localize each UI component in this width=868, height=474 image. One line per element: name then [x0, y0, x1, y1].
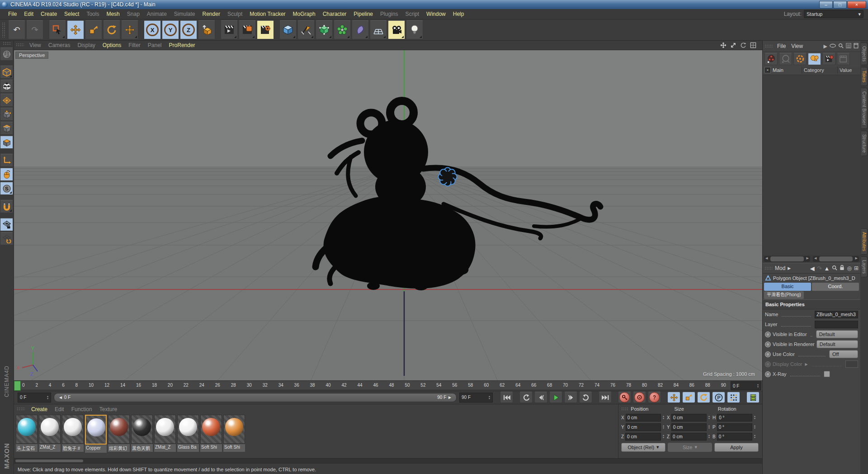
menu-item[interactable]: MoGraph [289, 10, 319, 18]
lock-z-axis-button[interactable]: Z [180, 20, 197, 39]
list-icon[interactable] [846, 43, 851, 49]
enable-axis-mode-button[interactable] [0, 168, 13, 181]
draw-spline-button[interactable] [297, 20, 315, 39]
live-selection-button[interactable] [49, 20, 66, 39]
position-x-field[interactable]: 0 cm [626, 414, 661, 422]
current-frame-field[interactable]: 0 F ▲▼ [18, 393, 51, 403]
menu-item[interactable]: File [5, 10, 20, 18]
object-axis-mode-button[interactable] [0, 154, 13, 167]
keyframe-selection-button[interactable]: ? [648, 392, 661, 403]
mode-menu[interactable]: Mod [775, 265, 785, 271]
tab-takes[interactable]: Takes [861, 67, 868, 86]
selected-element-highlight[interactable] [438, 167, 457, 186]
go-to-end-button[interactable] [599, 392, 612, 403]
mode-arrow-icon[interactable]: ▶ [788, 266, 791, 270]
size-x-field[interactable]: 0 cm [671, 414, 707, 422]
tab-structure[interactable]: Structure [861, 131, 868, 156]
menu-item[interactable]: Render [199, 10, 224, 18]
go-to-start-button[interactable] [500, 392, 513, 403]
toolbar-grip[interactable] [2, 22, 5, 38]
menu-item[interactable]: Select [61, 10, 83, 18]
coordinate-system-button[interactable] [198, 20, 215, 39]
takes-hscroll-right[interactable]: ◀▶ [813, 256, 859, 262]
toggle-views-icon[interactable] [750, 42, 757, 48]
size-z-field[interactable]: 0 cm [671, 433, 707, 441]
stepper-icon[interactable]: ▲▼ [754, 434, 756, 439]
history-back-icon[interactable]: ◀ [810, 265, 815, 272]
transform-mode-dropdown[interactable]: Object (Rel)▾ [621, 443, 665, 452]
menu-item[interactable]: Motion Tracker [246, 10, 289, 18]
playhead-marker[interactable] [14, 381, 21, 391]
points-mode-button[interactable] [0, 108, 13, 121]
tab-layers[interactable]: Layers [861, 256, 868, 277]
tab-basic[interactable]: Basic [764, 283, 811, 291]
menu-item[interactable]: Tools [83, 10, 103, 18]
target-icon[interactable]: ◎ [847, 265, 851, 271]
edit-render-settings-button[interactable] [257, 20, 274, 39]
category-column-header[interactable]: Category [802, 66, 837, 74]
render-all-takes-button[interactable] [837, 53, 850, 65]
name-input[interactable]: ZBrush_0_mesh3 [815, 311, 858, 318]
material-menu-item[interactable]: Texture [96, 405, 121, 413]
perspective-viewport[interactable]: Y X Z Perspective Grid Spacing : 1000 cm [14, 50, 762, 380]
render-marked-takes-button[interactable] [822, 53, 835, 65]
previous-frame-button[interactable] [534, 392, 547, 403]
material-swatch[interactable]: ZMat_Z [39, 415, 61, 453]
record-keyframe-button[interactable] [618, 392, 631, 403]
search-icon[interactable] [832, 265, 837, 272]
material-swatch[interactable]: Soft Shi [200, 415, 222, 453]
history-forward-icon[interactable]: ↷ [817, 265, 822, 272]
stepper-icon[interactable]: ▲▼ [662, 425, 665, 429]
redo-button[interactable]: ↷ [26, 20, 43, 39]
forward-icon[interactable]: ▶ [824, 43, 827, 49]
menu-item[interactable]: Plugins [377, 10, 401, 18]
use-color-dropdown[interactable]: Off [829, 350, 858, 358]
animation-dot-icon[interactable] [765, 341, 771, 347]
up-level-icon[interactable]: ▲ [824, 265, 830, 272]
expand-arrow-icon[interactable]: ▶ [805, 362, 807, 366]
timeline-window-button[interactable] [746, 392, 760, 403]
viewport-menu-item[interactable]: View [26, 42, 45, 49]
pan-view-icon[interactable] [720, 42, 727, 48]
ruler-frame-field[interactable]: 0 F ▲▼ [731, 381, 761, 390]
stepper-icon[interactable]: ▲▼ [488, 395, 491, 400]
layout-dropdown[interactable]: Startup▾ [804, 10, 863, 18]
key-scale-toggle[interactable] [682, 392, 695, 403]
scale-tool-button[interactable] [85, 20, 102, 39]
render-picture-viewer-button[interactable] [239, 20, 256, 39]
polygons-mode-button[interactable] [0, 136, 13, 149]
basic-properties-header[interactable]: Basic Properties [763, 299, 860, 309]
add-camera-button[interactable] [388, 20, 405, 39]
menu-item[interactable]: Character [319, 10, 350, 18]
floor-environment-button[interactable] [370, 20, 387, 39]
deformer-button[interactable] [334, 20, 351, 39]
play-button[interactable] [549, 392, 562, 403]
menu-item[interactable]: Help [449, 10, 468, 18]
takes-menu-item[interactable]: View [788, 43, 806, 50]
viewport-menu-item[interactable]: Panel [144, 42, 165, 49]
timeline-scrubber[interactable]: ◄ 0 F 90 F ► [54, 393, 457, 402]
material-menu-item[interactable]: Create [28, 405, 51, 413]
material-swatch[interactable]: ZMat_Z [154, 415, 176, 453]
takes-menu-grip[interactable] [764, 44, 773, 48]
make-editable-button[interactable] [0, 47, 13, 61]
menu-item[interactable]: Script [401, 10, 423, 18]
render-view-button[interactable] [221, 20, 238, 39]
takes-menu-item[interactable]: File [774, 43, 788, 50]
stepper-icon[interactable]: ▲▼ [708, 425, 710, 429]
takes-hscroll-left[interactable]: ◀▶ [764, 256, 810, 262]
previous-key-button[interactable] [519, 392, 533, 403]
viewport-menu-item[interactable]: Options [99, 42, 125, 49]
new-take-button[interactable] [764, 53, 778, 65]
tab-attributes[interactable]: Attributes [861, 228, 868, 255]
key-position-toggle[interactable] [667, 392, 680, 403]
undo-button[interactable]: ↶ [8, 20, 25, 39]
material-swatch[interactable]: Glass Ba [177, 415, 199, 453]
coordinates-grip[interactable] [621, 407, 629, 411]
material-menu-grip[interactable] [17, 407, 25, 411]
tab-content-browser[interactable]: Content Browser [861, 88, 868, 128]
add-light-button[interactable] [406, 20, 423, 39]
menu-item[interactable]: Edit [20, 10, 37, 18]
next-frame-button[interactable] [564, 392, 577, 403]
search-icon[interactable] [838, 43, 844, 49]
